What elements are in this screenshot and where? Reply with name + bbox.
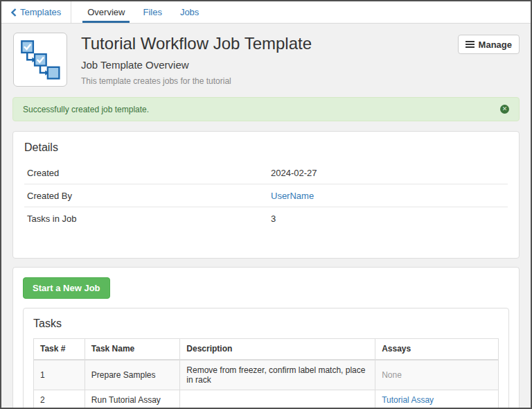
task-2-name: Run Tutorial Assay [85, 390, 180, 409]
column-header-task-name: Task Name [85, 339, 180, 360]
details-panel: Details Created 2024-02-27 Created By Us… [12, 131, 520, 259]
column-header-description: Description [180, 339, 375, 360]
back-link-label: Templates [20, 7, 61, 17]
task-row-1: 1 Prepare Samples Remove from freezer, c… [34, 360, 499, 390]
tab-files-label: Files [143, 7, 161, 17]
tasks-panel: Tasks Task # Task Name Description Assay… [23, 308, 509, 409]
tasks-table: Task # Task Name Description Assays 1 Pr… [33, 338, 499, 409]
detail-value-tasks-in-job: 3 [271, 214, 276, 224]
task-2-description [180, 390, 375, 409]
page-subtitle: Job Template Overview [81, 59, 444, 71]
jobs-panel: Start a New Job Tasks Task # Task Name D… [12, 267, 520, 409]
tutorial-assay-link[interactable]: Tutorial Assay [382, 395, 434, 405]
detail-label-created: Created [27, 168, 271, 178]
created-by-user-link[interactable]: UserName [271, 191, 314, 201]
page-description: This template creates jobs for the tutor… [81, 76, 444, 86]
task-2-assay-cell: Tutorial Assay [375, 390, 499, 409]
tab-files[interactable]: Files [141, 1, 163, 23]
success-alert: Successfully created job template. ✕ [12, 97, 520, 121]
chevron-left-icon [11, 8, 17, 17]
tab-overview[interactable]: Overview [85, 1, 127, 23]
column-header-assays: Assays [375, 339, 499, 360]
page-title: Tutorial Workflow Job Template [81, 34, 444, 53]
column-header-task-num: Task # [34, 339, 85, 360]
task-2-num: 2 [34, 390, 85, 409]
tab-jobs[interactable]: Jobs [178, 1, 201, 23]
start-new-job-button[interactable]: Start a New Job [23, 277, 110, 299]
template-icon-box [13, 33, 67, 87]
app-window: Templates Overview Files Jobs [0, 0, 532, 409]
detail-label-tasks-in-job: Tasks in Job [27, 214, 271, 224]
task-1-name: Prepare Samples [85, 360, 180, 390]
detail-row-tasks-in-job: Tasks in Job 3 [24, 207, 508, 230]
hamburger-menu-icon [466, 40, 475, 49]
success-alert-message: Successfully created job template. [23, 105, 149, 114]
task-1-num: 1 [34, 360, 85, 390]
tasks-heading: Tasks [33, 317, 499, 330]
task-1-assay: None [375, 360, 499, 390]
detail-label-created-by: Created By [27, 191, 271, 201]
detail-row-created-by: Created By UserName [24, 184, 508, 207]
template-header: Tutorial Workflow Job Template Job Templ… [1, 24, 531, 92]
task-1-description: Remove from freezer, confirm label match… [180, 360, 375, 390]
tasks-table-header-row: Task # Task Name Description Assays [34, 339, 499, 360]
tab-bar: Overview Files Jobs [71, 1, 201, 23]
top-navbar: Templates Overview Files Jobs [1, 1, 531, 24]
task-row-2: 2 Run Tutorial Assay Tutorial Assay [34, 390, 499, 409]
detail-value-created: 2024-02-27 [271, 168, 317, 178]
manage-button-label: Manage [479, 40, 512, 50]
manage-button[interactable]: Manage [458, 35, 520, 54]
detail-row-created: Created 2024-02-27 [24, 162, 508, 184]
alert-close-icon[interactable]: ✕ [500, 105, 509, 114]
tab-overview-label: Overview [87, 7, 125, 17]
workflow-checklist-icon [19, 38, 62, 81]
header-text-block: Tutorial Workflow Job Template Job Templ… [81, 33, 444, 87]
back-to-templates-link[interactable]: Templates [11, 1, 71, 23]
details-heading: Details [24, 141, 508, 154]
tab-jobs-label: Jobs [180, 7, 199, 17]
